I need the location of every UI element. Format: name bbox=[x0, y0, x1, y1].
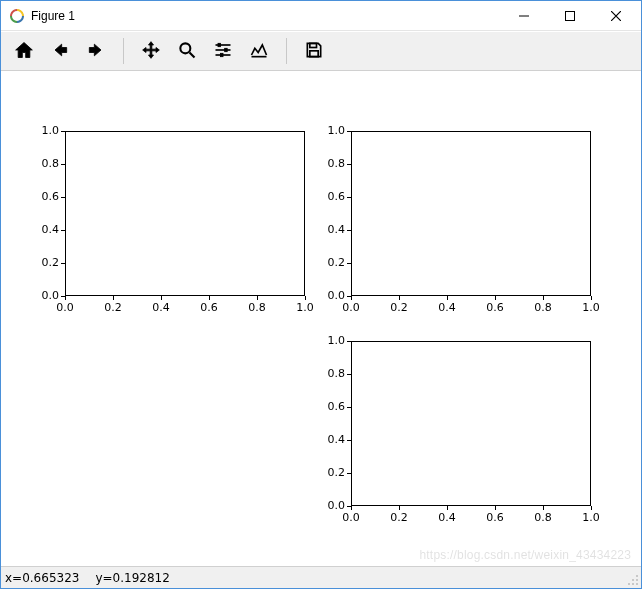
ytick-mark bbox=[347, 263, 351, 264]
edit-button[interactable] bbox=[242, 35, 276, 67]
ytick-label: 0.8 bbox=[31, 157, 59, 170]
axes-bottom-right bbox=[351, 341, 591, 506]
axes-top-left bbox=[65, 131, 305, 296]
configure-button[interactable] bbox=[206, 35, 240, 67]
xtick-mark bbox=[113, 296, 114, 300]
ytick-label: 0.6 bbox=[31, 190, 59, 203]
ytick-label: 0.2 bbox=[31, 256, 59, 269]
xtick-mark bbox=[351, 506, 352, 510]
home-icon bbox=[14, 40, 34, 63]
statusbar: x=0.665323 y=0.192812 bbox=[1, 566, 641, 588]
xtick-label: 0.8 bbox=[242, 301, 272, 314]
xtick-label: 0.2 bbox=[98, 301, 128, 314]
ytick-label: 0.4 bbox=[31, 223, 59, 236]
ytick-mark bbox=[347, 374, 351, 375]
minimize-button[interactable] bbox=[501, 1, 547, 31]
ytick-mark bbox=[347, 440, 351, 441]
xtick-mark bbox=[543, 506, 544, 510]
xtick-label: 0.0 bbox=[50, 301, 80, 314]
ytick-mark bbox=[347, 164, 351, 165]
back-icon bbox=[50, 40, 70, 63]
edit-icon bbox=[249, 40, 269, 63]
xtick-mark bbox=[543, 296, 544, 300]
xtick-mark bbox=[351, 296, 352, 300]
svg-point-9 bbox=[632, 579, 634, 581]
window-title: Figure 1 bbox=[31, 9, 75, 23]
svg-rect-1 bbox=[566, 11, 575, 20]
ytick-label: 0.4 bbox=[317, 223, 345, 236]
xtick-mark bbox=[65, 296, 66, 300]
xtick-label: 0.4 bbox=[432, 511, 462, 524]
xtick-mark bbox=[399, 296, 400, 300]
home-button[interactable] bbox=[7, 35, 41, 67]
toolbar-separator bbox=[286, 38, 287, 64]
ytick-mark bbox=[61, 197, 65, 198]
xtick-label: 0.4 bbox=[146, 301, 176, 314]
ytick-mark bbox=[347, 131, 351, 132]
svg-point-11 bbox=[628, 583, 630, 585]
xtick-mark bbox=[161, 296, 162, 300]
toolbar-separator bbox=[123, 38, 124, 64]
pan-icon bbox=[141, 40, 161, 63]
xtick-mark bbox=[591, 296, 592, 300]
pan-button[interactable] bbox=[134, 35, 168, 67]
app-icon bbox=[9, 8, 25, 24]
ytick-label: 0.2 bbox=[317, 256, 345, 269]
xtick-mark bbox=[399, 506, 400, 510]
xtick-mark bbox=[209, 296, 210, 300]
ytick-label: 1.0 bbox=[31, 124, 59, 137]
ytick-mark bbox=[347, 407, 351, 408]
svg-point-2 bbox=[180, 43, 190, 53]
resize-grip-icon[interactable] bbox=[625, 572, 639, 586]
toolbar bbox=[1, 31, 641, 71]
ytick-mark bbox=[61, 230, 65, 231]
ytick-mark bbox=[347, 197, 351, 198]
svg-rect-7 bbox=[310, 50, 318, 56]
forward-button[interactable] bbox=[79, 35, 113, 67]
ytick-label: 1.0 bbox=[317, 334, 345, 347]
ytick-label: 0.6 bbox=[317, 190, 345, 203]
ytick-label: 0.8 bbox=[317, 367, 345, 380]
forward-icon bbox=[86, 40, 106, 63]
configure-icon bbox=[213, 40, 233, 63]
cursor-y: y=0.192812 bbox=[95, 571, 169, 585]
xtick-label: 0.0 bbox=[336, 511, 366, 524]
svg-rect-5 bbox=[221, 53, 224, 56]
xtick-mark bbox=[257, 296, 258, 300]
xtick-label: 0.6 bbox=[480, 511, 510, 524]
maximize-button[interactable] bbox=[547, 1, 593, 31]
ytick-label: 0.8 bbox=[317, 157, 345, 170]
xtick-mark bbox=[447, 296, 448, 300]
ytick-mark bbox=[347, 341, 351, 342]
svg-rect-6 bbox=[310, 43, 317, 47]
svg-point-12 bbox=[632, 583, 634, 585]
xtick-mark bbox=[495, 506, 496, 510]
xtick-mark bbox=[591, 506, 592, 510]
xtick-label: 0.2 bbox=[384, 511, 414, 524]
figure-canvas[interactable]: https://blog.csdn.net/weixin_43434223 0.… bbox=[1, 71, 641, 566]
zoom-button[interactable] bbox=[170, 35, 204, 67]
xtick-label: 0.2 bbox=[384, 301, 414, 314]
svg-rect-3 bbox=[218, 43, 221, 46]
ytick-label: 0.4 bbox=[317, 433, 345, 446]
xtick-label: 0.6 bbox=[480, 301, 510, 314]
ytick-mark bbox=[347, 473, 351, 474]
ytick-mark bbox=[61, 131, 65, 132]
xtick-mark bbox=[305, 296, 306, 300]
svg-rect-4 bbox=[225, 48, 228, 51]
ytick-mark bbox=[347, 230, 351, 231]
xtick-label: 1.0 bbox=[290, 301, 320, 314]
zoom-icon bbox=[177, 40, 197, 63]
cursor-x: x=0.665323 bbox=[5, 571, 79, 585]
back-button[interactable] bbox=[43, 35, 77, 67]
axes-top-right bbox=[351, 131, 591, 296]
xtick-mark bbox=[447, 506, 448, 510]
xtick-label: 0.8 bbox=[528, 511, 558, 524]
close-button[interactable] bbox=[593, 1, 639, 31]
save-button[interactable] bbox=[297, 35, 331, 67]
watermark: https://blog.csdn.net/weixin_43434223 bbox=[419, 548, 631, 562]
xtick-label: 1.0 bbox=[576, 511, 606, 524]
save-icon bbox=[304, 40, 324, 63]
xtick-label: 0.0 bbox=[336, 301, 366, 314]
ytick-label: 0.2 bbox=[317, 466, 345, 479]
